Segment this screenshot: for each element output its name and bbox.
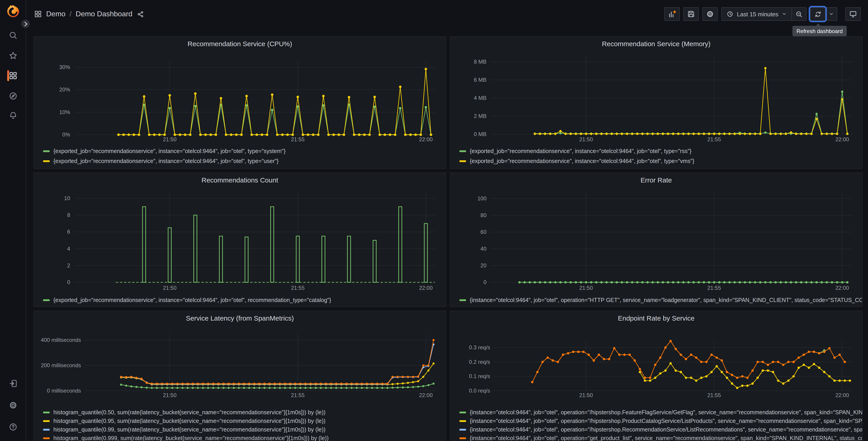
legend-swatch [43,411,50,413]
sidebar-item-dashboards[interactable] [4,67,22,84]
svg-text:20%: 20% [59,86,70,93]
grafana-logo[interactable] [5,4,21,20]
legend-item[interactable]: {instance="otelcol:9464", job="otel", op… [459,295,862,305]
svg-text:21:55: 21:55 [291,392,305,398]
legend-swatch [43,150,50,152]
svg-text:80: 80 [480,212,487,218]
legend-latency: histogram_quantile(0.50, sum(rate(latenc… [34,408,446,441]
legend-item[interactable]: {exported_job="recommendationservice", i… [459,146,862,156]
breadcrumb-page: Demo Dashboard [75,10,132,18]
svg-text:21:50: 21:50 [163,136,177,142]
chart-memory[interactable]: 0 MB2 MB4 MB6 MB8 MB21:5021:5522:00 [450,50,863,144]
help-icon [8,422,18,432]
chart-error-rate[interactable]: 02040608010021:5021:5522:00 [450,186,863,294]
sidebar-item-sign-in[interactable] [4,375,22,392]
share-icon[interactable] [136,10,144,18]
legend-item[interactable]: {instance="otelcol:9464", job="otel", op… [459,416,862,425]
svg-text:4 MB: 4 MB [474,95,487,101]
legend-item[interactable]: histogram_quantile(0.99, sum(rate(latenc… [43,425,446,434]
legend-error-rate: {instance="otelcol:9464", job="otel", op… [450,295,862,305]
panel-endpoint-rate: Endpoint Rate by Service 0.0 req/s0.1 re… [450,311,863,441]
sidebar-expand-button[interactable] [20,19,31,29]
legend-item[interactable]: histogram_quantile(0.999, sum(rate(laten… [43,434,446,441]
chevron-down-icon [781,11,787,17]
svg-text:60: 60 [480,229,487,235]
legend-label: {exported_job="recommendationservice", i… [470,148,691,154]
panel-title[interactable]: Recommendation Service (CPU%) [34,37,446,50]
panel-title[interactable]: Service Latency (from SpanMetrics) [34,311,446,325]
svg-text:2: 2 [67,262,70,268]
sidebar-item-alerting[interactable] [4,107,22,124]
zoom-out-button[interactable] [792,8,806,20]
dashboards-icon [8,71,18,80]
legend-swatch [459,437,466,439]
chart-latency[interactable]: 0 milliseconds200 milliseconds400 millis… [34,325,446,403]
legend-item[interactable]: {exported_job="recommendationservice", i… [459,156,862,166]
refresh-dashboard-button[interactable] [810,8,825,20]
svg-text:6: 6 [67,229,70,235]
legend-label: {instance="otelcol:9464", job="otel", op… [470,426,862,433]
legend-item[interactable]: {instance="otelcol:9464", job="otel", op… [459,425,862,434]
save-icon [687,10,695,18]
time-range-label: Last 15 minutes [737,11,778,18]
legend-item[interactable]: {exported_job="recommendationservice", i… [43,295,446,305]
legend-item[interactable]: histogram_quantile(0.50, sum(rate(latenc… [43,408,446,416]
svg-text:0.2 req/s: 0.2 req/s [469,359,490,365]
save-dashboard-button[interactable] [683,7,699,21]
sidebar-item-help[interactable] [4,419,22,435]
legend-cpu: {exported_job="recommendationservice", i… [34,146,446,166]
bell-icon [8,111,18,120]
time-range-picker[interactable]: Last 15 minutes [722,8,792,20]
add-panel-button[interactable] [664,7,680,21]
breadcrumb-section[interactable]: Demo [46,10,65,18]
panel-service-latency: Service Latency (from SpanMetrics) 0 mil… [33,311,446,441]
legend-label: histogram_quantile(0.95, sum(rate(latenc… [53,418,326,424]
svg-text:0 MB: 0 MB [474,131,487,137]
svg-text:8 MB: 8 MB [474,59,487,65]
svg-text:21:50: 21:50 [163,285,177,291]
panel-title[interactable]: Endpoint Rate by Service [450,311,862,325]
svg-text:0: 0 [67,279,70,285]
chart-endpoint-rate[interactable]: 0.0 req/s0.1 req/s0.2 req/s0.3 req/s21:5… [450,325,863,403]
legend-label: {instance="otelcol:9464", job="otel", op… [470,297,862,303]
panel-title[interactable]: Recommendation Service (Memory) [450,37,862,50]
svg-text:0 milliseconds: 0 milliseconds [47,388,81,394]
dashboard-settings-button[interactable] [702,7,718,21]
panel-recommendation-cpu: Recommendation Service (CPU%) 0%10%20%30… [33,36,446,169]
legend-label: {exported_job="recommendationservice", i… [53,158,279,164]
sidebar-item-starred[interactable] [4,48,22,64]
legend-swatch [459,429,466,430]
sidebar-item-search[interactable] [4,27,22,43]
svg-text:21:50: 21:50 [579,392,593,398]
sidebar-item-explore[interactable] [4,88,22,104]
time-range-group: Last 15 minutes [721,7,806,21]
svg-text:22:00: 22:00 [419,285,433,291]
legend-item[interactable]: {exported_job="recommendationservice", i… [43,146,446,156]
panel-title[interactable]: Error Rate [450,173,862,186]
legend-item[interactable]: {instance="otelcol:9464", job="otel", op… [459,434,862,441]
gear-icon [706,10,714,18]
legend-item[interactable]: {instance="otelcol:9464", job="otel", op… [459,408,862,416]
refresh-group [810,7,837,21]
legend-label: {instance="otelcol:9464", job="otel", op… [470,435,862,441]
chart-count[interactable]: 024681021:5021:5522:00 [34,186,446,294]
sidebar-item-settings[interactable] [4,397,22,413]
legend-item[interactable]: histogram_quantile(0.95, sum(rate(latenc… [43,416,446,425]
legend-endpoint-rate: {instance="otelcol:9464", job="otel", op… [450,408,862,441]
sidebar [0,0,26,441]
svg-text:22:00: 22:00 [835,392,849,398]
chart-cpu[interactable]: 0%10%20%30%21:5021:5522:00 [34,50,446,144]
legend-label: histogram_quantile(0.50, sum(rate(latenc… [53,409,326,415]
legend-item[interactable]: {exported_job="recommendationservice", i… [43,156,446,166]
svg-text:0%: 0% [62,131,70,138]
refresh-interval-dropdown[interactable] [825,8,837,20]
svg-text:21:50: 21:50 [579,285,593,291]
svg-text:21:55: 21:55 [707,285,721,291]
panel-title[interactable]: Recommendations Count [34,173,446,186]
svg-text:22:00: 22:00 [419,136,433,142]
legend-swatch [459,160,466,162]
kiosk-mode-button[interactable] [845,7,861,21]
breadcrumb-separator: / [69,10,71,18]
panel-recommendation-memory: Recommendation Service (Memory) 0 MB2 MB… [450,36,863,169]
legend-label: {instance="otelcol:9464", job="otel", op… [470,409,862,415]
